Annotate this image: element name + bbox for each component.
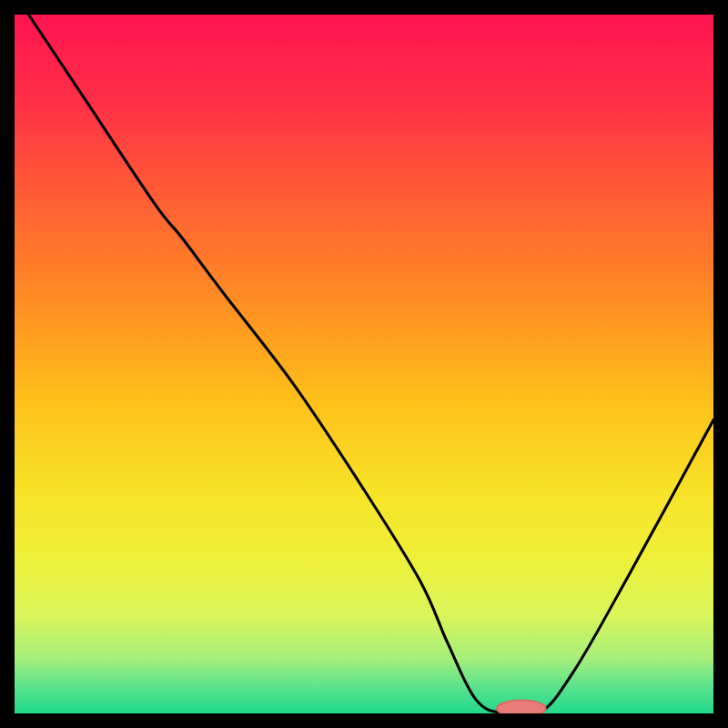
chart-frame: TheBottleneck.com xyxy=(15,15,713,713)
chart-svg xyxy=(15,15,713,713)
gradient-background xyxy=(15,15,713,713)
optimal-marker xyxy=(497,700,546,713)
